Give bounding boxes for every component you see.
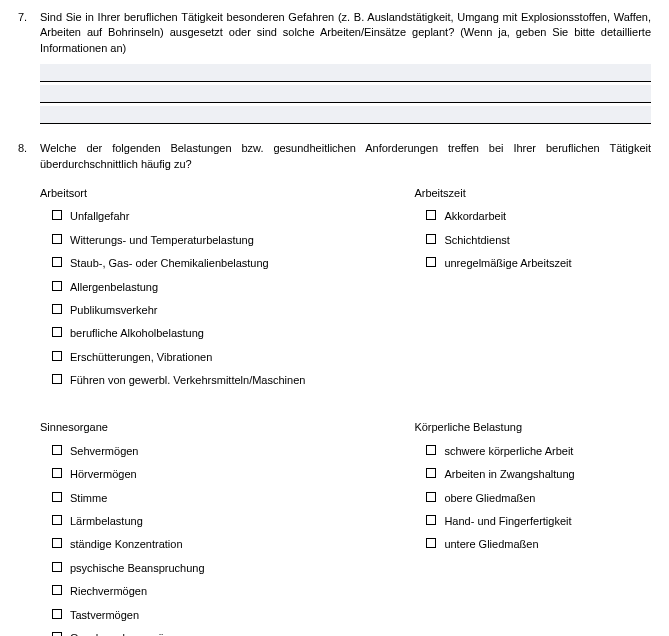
checkbox[interactable] <box>52 304 62 314</box>
checkbox[interactable] <box>52 327 62 337</box>
checkbox-label: Tastvermögen <box>70 608 394 623</box>
checkbox-option: obere Gliedmaßen <box>426 491 651 506</box>
checkbox[interactable] <box>52 515 62 525</box>
checkbox-label: Stimme <box>70 491 394 506</box>
checkbox[interactable] <box>52 468 62 478</box>
checkbox-label: Akkordarbeit <box>444 209 651 224</box>
checkbox[interactable] <box>426 492 436 502</box>
checkbox[interactable] <box>426 445 436 455</box>
checkbox-option: Witterungs- und Temperaturbelastung <box>52 233 394 248</box>
checkbox-option: Arbeiten in Zwangshaltung <box>426 467 651 482</box>
text-input-line[interactable] <box>40 85 651 103</box>
checkbox[interactable] <box>426 515 436 525</box>
checkbox-option: psychische Beanspruchung <box>52 561 394 576</box>
checkbox-label: Riechvermögen <box>70 584 394 599</box>
checkbox-option: Publikumsverkehr <box>52 303 394 318</box>
question-7: 7. Sind Sie in Ihrer beruflichen Tätigke… <box>18 10 651 127</box>
checkbox-label: unregelmäßige Arbeitszeit <box>444 256 651 271</box>
checkbox-option: Allergenbelastung <box>52 280 394 295</box>
checkbox-label: berufliche Alkoholbelastung <box>70 326 394 341</box>
checkbox-option: berufliche Alkoholbelastung <box>52 326 394 341</box>
checkbox[interactable] <box>426 468 436 478</box>
checkbox-label: Sehvermögen <box>70 444 394 459</box>
section-title: Körperliche Belastung <box>414 420 651 435</box>
checkbox-label: Staub-, Gas- oder Chemikalienbelastung <box>70 256 394 271</box>
checkbox-option: Unfallgefahr <box>52 209 394 224</box>
checkbox[interactable] <box>52 374 62 384</box>
checkbox-label: Witterungs- und Temperaturbelastung <box>70 233 394 248</box>
checkbox-label: Unfallgefahr <box>70 209 394 224</box>
checkbox[interactable] <box>52 257 62 267</box>
checkbox-option: Stimme <box>52 491 394 506</box>
checkbox[interactable] <box>52 210 62 220</box>
checkbox[interactable] <box>52 281 62 291</box>
checkbox[interactable] <box>52 492 62 502</box>
question-8: 8. Welche der folgenden Belastungen bzw.… <box>18 141 651 636</box>
section-arbeitszeit: Arbeitszeit AkkordarbeitSchichtdienstunr… <box>414 180 651 397</box>
checkbox-option: Hörvermögen <box>52 467 394 482</box>
section-sinnesorgane: Sinnesorgane SehvermögenHörvermögenStimm… <box>40 414 394 636</box>
checkbox-option: Staub-, Gas- oder Chemikalienbelastung <box>52 256 394 271</box>
checkbox-label: Führen von gewerbl. Verkehrsmitteln/Masc… <box>70 373 394 388</box>
checkbox[interactable] <box>52 562 62 572</box>
checkbox[interactable] <box>52 445 62 455</box>
checkbox-label: Geschmacksvermögen <box>70 631 394 636</box>
checkbox-label: Allergenbelastung <box>70 280 394 295</box>
checkbox-option: Geschmacksvermögen <box>52 631 394 636</box>
checkbox-label: Arbeiten in Zwangshaltung <box>444 467 651 482</box>
checkbox-option: Schichtdienst <box>426 233 651 248</box>
checkbox[interactable] <box>426 210 436 220</box>
question-number: 8. <box>18 141 40 636</box>
checkbox-label: Schichtdienst <box>444 233 651 248</box>
checkbox-option: Riechvermögen <box>52 584 394 599</box>
section-arbeitsort: Arbeitsort UnfallgefahrWitterungs- und T… <box>40 180 394 397</box>
question-text: Welche der folgenden Belastungen bzw. ge… <box>40 141 651 172</box>
checkbox-label: Erschütterungen, Vibrationen <box>70 350 394 365</box>
checkbox[interactable] <box>52 351 62 361</box>
checkbox-label: obere Gliedmaßen <box>444 491 651 506</box>
checkbox-option: Sehvermögen <box>52 444 394 459</box>
checkbox-option: Führen von gewerbl. Verkehrsmitteln/Masc… <box>52 373 394 388</box>
checkbox-label: Hand- und Fingerfertigkeit <box>444 514 651 529</box>
checkbox-label: ständige Konzentration <box>70 537 394 552</box>
question-body: Welche der folgenden Belastungen bzw. ge… <box>40 141 651 636</box>
section-koerperlich: Körperliche Belastung schwere körperlich… <box>414 414 651 636</box>
checkbox[interactable] <box>426 257 436 267</box>
checkbox-option: Tastvermögen <box>52 608 394 623</box>
question-number: 7. <box>18 10 40 127</box>
checkbox[interactable] <box>52 585 62 595</box>
checkbox[interactable] <box>52 632 62 636</box>
checkbox[interactable] <box>52 609 62 619</box>
checkbox-option: untere Gliedmaßen <box>426 537 651 552</box>
section-row: Sinnesorgane SehvermögenHörvermögenStimm… <box>40 414 651 636</box>
checkbox-option: Hand- und Fingerfertigkeit <box>426 514 651 529</box>
text-input-line[interactable] <box>40 106 651 124</box>
section-title: Arbeitszeit <box>414 186 651 201</box>
checkbox-option: Erschütterungen, Vibrationen <box>52 350 394 365</box>
checkbox-option: schwere körperliche Arbeit <box>426 444 651 459</box>
checkbox[interactable] <box>426 538 436 548</box>
question-text: Sind Sie in Ihrer beruflichen Tätigkeit … <box>40 10 651 56</box>
section-title: Sinnesorgane <box>40 420 394 435</box>
checkbox-option: ständige Konzentration <box>52 537 394 552</box>
checkbox[interactable] <box>426 234 436 244</box>
checkbox-label: psychische Beanspruchung <box>70 561 394 576</box>
checkbox[interactable] <box>52 538 62 548</box>
checkbox-option: Akkordarbeit <box>426 209 651 224</box>
question-body: Sind Sie in Ihrer beruflichen Tätigkeit … <box>40 10 651 127</box>
checkbox[interactable] <box>52 234 62 244</box>
checkbox-label: Lärmbelastung <box>70 514 394 529</box>
checkbox-label: Hörvermögen <box>70 467 394 482</box>
checkbox-option: unregelmäßige Arbeitszeit <box>426 256 651 271</box>
checkbox-label: untere Gliedmaßen <box>444 537 651 552</box>
section-row: Arbeitsort UnfallgefahrWitterungs- und T… <box>40 180 651 407</box>
text-input-line[interactable] <box>40 64 651 82</box>
checkbox-label: schwere körperliche Arbeit <box>444 444 651 459</box>
section-title: Arbeitsort <box>40 186 394 201</box>
answer-lines <box>40 64 651 124</box>
checkbox-option: Lärmbelastung <box>52 514 394 529</box>
checkbox-label: Publikumsverkehr <box>70 303 394 318</box>
